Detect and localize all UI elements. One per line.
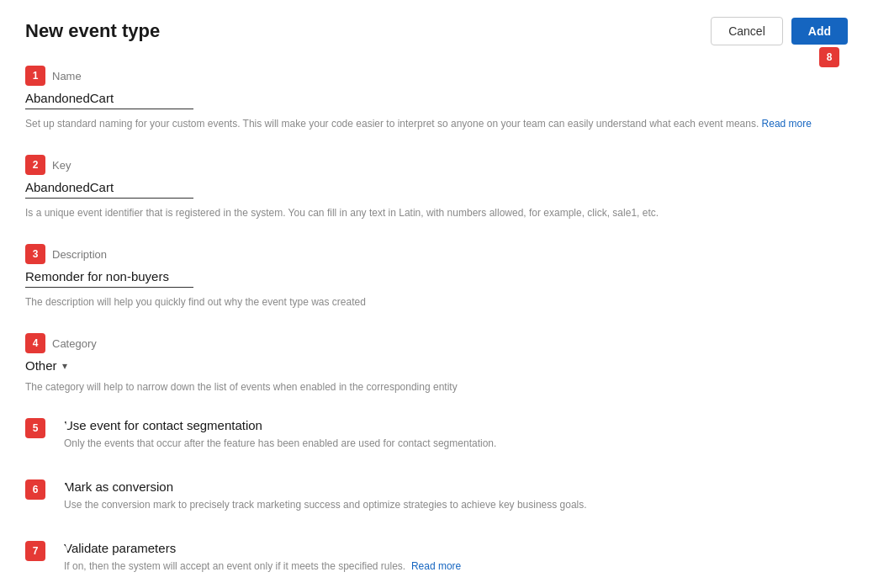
name-hint: Set up standard naming for your custom e… xyxy=(25,116,824,131)
category-hint: The category will help to narrow down th… xyxy=(25,379,824,395)
section-contact-segmentation: 5 Use event for contact segmentation Onl… xyxy=(25,418,848,456)
toggle-row-5: Use event for contact segmentation Only … xyxy=(52,418,496,451)
toggle-6-text: Mark as conversion Use the conversion ma… xyxy=(64,479,587,512)
description-label: Description xyxy=(52,248,107,261)
page-title: New event type xyxy=(25,20,160,42)
toggle-7-text: Validate parameters If on, then the syst… xyxy=(64,541,461,574)
toggle-6-hint: Use the conversion mark to precisely tra… xyxy=(64,497,587,512)
add-button[interactable]: Add xyxy=(791,18,848,45)
key-hint: Is a unique event identifier that is reg… xyxy=(25,205,824,220)
toggle-row-7: Validate parameters If on, then the syst… xyxy=(52,541,461,574)
step-5-badge: 5 xyxy=(25,418,45,438)
key-label: Key xyxy=(52,159,71,172)
chevron-down-icon: ▾ xyxy=(62,360,67,372)
step-3-badge: 3 xyxy=(25,244,45,264)
name-value[interactable]: AbandonedCart xyxy=(25,91,193,109)
step-4-badge: 4 xyxy=(25,333,45,353)
description-hint: The description will help you quickly fi… xyxy=(25,294,824,310)
toggle-7-hint: If on, then the system will accept an ev… xyxy=(64,559,461,574)
toggle-6-label: Mark as conversion xyxy=(64,479,587,494)
step-8-badge: 8 xyxy=(819,47,839,67)
section-key: 2 Key AbandonedCart Is a unique event id… xyxy=(25,155,848,220)
section-mark-conversion: 6 Mark as conversion Use the conversion … xyxy=(25,479,848,517)
step-7-badge: 7 xyxy=(25,541,45,561)
category-value: Other xyxy=(25,358,57,373)
toggle-7-label: Validate parameters xyxy=(64,541,461,555)
key-value[interactable]: AbandonedCart xyxy=(25,180,193,199)
name-label: Name xyxy=(52,70,82,82)
toggle-5-text: Use event for contact segmentation Only … xyxy=(64,418,496,451)
toggle-5-label: Use event for contact segmentation xyxy=(64,418,496,432)
step-2-badge: 2 xyxy=(25,155,45,175)
header-buttons: Cancel Add xyxy=(711,17,848,45)
section-category: 4 Category Other ▾ The category will hel… xyxy=(25,333,848,395)
toggle-row-6: Mark as conversion Use the conversion ma… xyxy=(52,479,587,512)
section-validate-parameters: 7 Validate parameters If on, then the sy… xyxy=(25,541,848,579)
name-read-more[interactable]: Read more xyxy=(762,118,812,130)
step-1-badge: 1 xyxy=(25,66,45,86)
toggle-5-hint: Only the events that occur after the fea… xyxy=(64,436,496,451)
category-select[interactable]: Other ▾ xyxy=(25,358,848,373)
category-label: Category xyxy=(52,337,97,350)
validate-read-more[interactable]: Read more xyxy=(411,560,461,572)
section-description: 3 Description Remonder for non-buyers Th… xyxy=(25,244,848,310)
section-name: 1 Name AbandonedCart Set up standard nam… xyxy=(25,66,848,131)
step-6-badge: 6 xyxy=(25,479,45,500)
description-value[interactable]: Remonder for non-buyers xyxy=(25,269,193,288)
cancel-button[interactable]: Cancel xyxy=(711,17,783,45)
